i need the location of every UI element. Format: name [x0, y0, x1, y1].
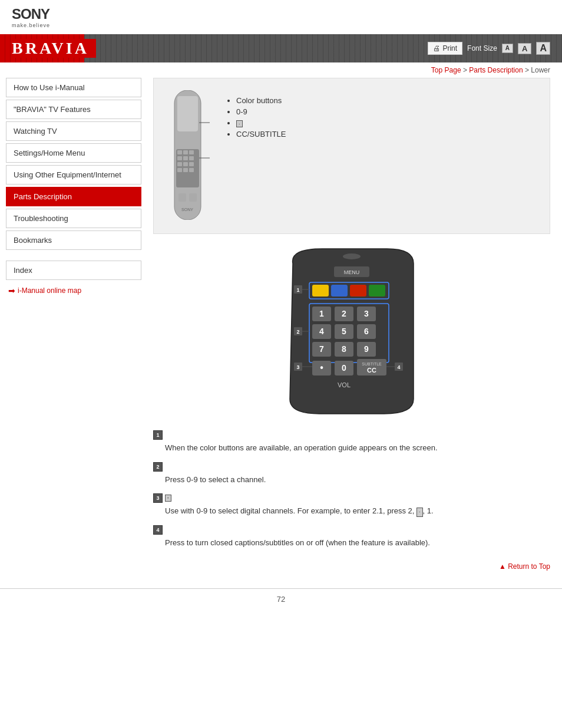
online-map-link[interactable]: ➡ i-Manual online map: [6, 280, 141, 301]
svg-text:1: 1: [319, 309, 324, 318]
svg-text:3: 3: [364, 309, 369, 318]
svg-rect-26: [350, 285, 366, 297]
banner-controls: 🖨 Print Font Size A A A: [428, 42, 550, 55]
breadcrumb-current: Lower: [531, 66, 550, 74]
sidebar-item-index[interactable]: Index: [6, 261, 141, 280]
sidebar-item-parts-description[interactable]: Parts Description: [6, 187, 141, 206]
desc-text-2: Press 0-9 to select a channel.: [165, 474, 550, 486]
svg-text:8: 8: [342, 344, 346, 354]
sidebar-item-how-to-use[interactable]: How to Use i-Manual: [6, 78, 141, 97]
svg-text:2: 2: [296, 329, 299, 335]
num-badge-3: 3: [153, 493, 163, 503]
svg-rect-9: [177, 162, 182, 166]
svg-rect-27: [369, 285, 385, 297]
svg-rect-12: [177, 168, 182, 172]
bravia-banner: BRAVIA 🖨 Print Font Size A A A: [0, 34, 562, 62]
page-footer: 72: [0, 588, 562, 610]
dot-inline-icon: ·: [416, 508, 423, 517]
desc-section-1: 1 When the color buttons are available, …: [153, 430, 550, 454]
bullet-color-buttons: Color buttons: [236, 96, 286, 105]
svg-rect-13: [183, 168, 188, 172]
svg-rect-4: [183, 150, 188, 154]
desc-text-4: Press to turn closed captions/subtitles …: [165, 537, 550, 549]
desc-title-4: 4: [153, 525, 550, 535]
svg-text:VOL: VOL: [338, 381, 351, 388]
sidebar-item-watching-tv[interactable]: Watching TV: [6, 121, 141, 141]
top-bar: SONY make.believe: [0, 0, 562, 34]
remote-small-image: SONY: [166, 90, 213, 222]
svg-rect-24: [312, 285, 329, 297]
main-layout: How to Use i-Manual "BRAVIA" TV Features…: [0, 78, 562, 588]
num-badge-4: 4: [153, 525, 163, 535]
dot-button-icon: ·: [236, 120, 243, 127]
svg-rect-25: [331, 285, 348, 297]
remote-overview-section: SONY Color buttons 0-9 · CC/SUBTITLE: [153, 78, 550, 234]
breadcrumb-top-page[interactable]: Top Page: [431, 66, 461, 74]
svg-rect-10: [183, 162, 188, 166]
svg-text:SONY: SONY: [181, 207, 193, 212]
remote-diagram: MENU 1 1 2: [153, 246, 550, 419]
svg-text:7: 7: [319, 344, 324, 354]
breadcrumb-parts-description[interactable]: Parts Description: [469, 66, 523, 74]
print-button[interactable]: 🖨 Print: [428, 42, 462, 55]
svg-text:4: 4: [397, 364, 400, 370]
svg-rect-16: [189, 193, 197, 202]
bullet-0-9: 0-9: [236, 107, 286, 116]
page-number: 72: [277, 595, 285, 604]
printer-icon: 🖨: [433, 44, 440, 52]
sidebar-item-using-other[interactable]: Using Other Equipment/Internet: [6, 165, 141, 185]
sidebar-item-settings-home[interactable]: Settings/Home Menu: [6, 143, 141, 163]
num-badge-1: 1: [153, 430, 163, 440]
svg-text:0: 0: [342, 363, 346, 373]
remote-bullets: Color buttons 0-9 · CC/SUBTITLE: [224, 90, 286, 141]
svg-rect-11: [189, 162, 194, 166]
font-small-button[interactable]: A: [502, 44, 513, 53]
svg-rect-14: [189, 168, 194, 172]
svg-text:2: 2: [342, 309, 346, 318]
bullet-dot: ·: [236, 118, 286, 127]
bravia-title: BRAVIA: [12, 39, 96, 58]
return-to-top-link[interactable]: ▲ Return to Top: [499, 562, 550, 571]
svg-text:•: •: [320, 363, 323, 373]
svg-rect-1: [177, 96, 198, 131]
svg-rect-7: [183, 156, 188, 160]
num-badge-2: 2: [153, 462, 163, 472]
svg-text:9: 9: [364, 344, 369, 354]
return-to-top: ▲ Return to Top: [153, 556, 550, 577]
sidebar: How to Use i-Manual "BRAVIA" TV Features…: [6, 78, 147, 577]
svg-text:CC: CC: [367, 367, 376, 374]
svg-text:6: 6: [364, 327, 369, 336]
remote-small-svg: SONY: [166, 90, 210, 220]
bullet-cc-subtitle: CC/SUBTITLE: [236, 130, 286, 139]
svg-text:3: 3: [296, 364, 299, 370]
font-large-button[interactable]: A: [536, 42, 550, 55]
svg-text:SUBTITLE: SUBTITLE: [362, 362, 382, 366]
svg-text:MENU: MENU: [344, 269, 360, 275]
desc-title-3: 3 ·: [153, 493, 550, 503]
font-medium-button[interactable]: A: [518, 43, 531, 54]
svg-text:4: 4: [319, 327, 324, 336]
triangle-up-icon: ▲: [499, 562, 506, 571]
desc-section-2: 2 Press 0-9 to select a channel.: [153, 462, 550, 486]
dot-button-desc-icon: ·: [165, 495, 171, 502]
svg-rect-6: [177, 156, 182, 160]
svg-rect-15: [178, 193, 186, 202]
sony-logo: SONY make.believe: [12, 6, 550, 28]
sidebar-item-troubleshooting[interactable]: Troubleshooting: [6, 209, 141, 228]
svg-rect-8: [189, 156, 194, 160]
content-area: SONY Color buttons 0-9 · CC/SUBTITLE: [147, 78, 556, 577]
desc-section-4: 4 Press to turn closed captions/subtitle…: [153, 525, 550, 549]
desc-title-2: 2: [153, 462, 550, 472]
desc-section-3: 3 · Use with 0-9 to select digital chann…: [153, 493, 550, 517]
breadcrumb: Top Page > Parts Description > Lower: [0, 62, 562, 78]
sidebar-item-bravia-features[interactable]: "BRAVIA" TV Features: [6, 100, 141, 119]
svg-rect-3: [177, 150, 182, 154]
svg-point-20: [343, 253, 361, 259]
sidebar-item-bookmarks[interactable]: Bookmarks: [6, 230, 141, 250]
svg-rect-5: [189, 150, 194, 154]
svg-text:1: 1: [296, 287, 299, 293]
desc-text-3: Use with 0-9 to select digital channels.…: [165, 505, 550, 517]
svg-text:5: 5: [342, 327, 346, 336]
desc-text-1: When the color buttons are available, an…: [165, 442, 550, 454]
arrow-right-icon: ➡: [8, 286, 15, 295]
